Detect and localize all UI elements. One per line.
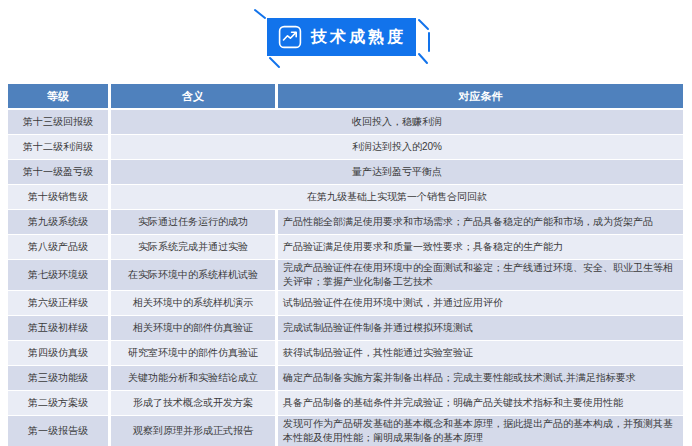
level-cell: 第十一级盈亏级 <box>8 160 108 184</box>
level-cell: 第十二级利润级 <box>8 135 108 159</box>
level-cell: 第四级仿真级 <box>8 341 108 365</box>
table-row: 第四级仿真级 研究室环境中的部件仿真验证 获得试制品验证件，其性能通过实验室验证 <box>8 341 683 365</box>
meaning-cell: 实际通过任务运行的成功 <box>111 210 275 234</box>
condition-cell: 产品验证满足使用要求和质量一致性要求；具备稳定的生产能力 <box>278 235 683 259</box>
table-row: 第三级功能级 关键功能分析和实验结论成立 确定产品制备实施方案并制备出样品；完成… <box>8 366 683 390</box>
trend-up-chart-icon <box>278 25 302 49</box>
badge: 技术成熟度 <box>267 18 416 56</box>
table-row: 第八级产品级 实际系统完成并通过实验 产品验证满足使用要求和质量一致性要求；具备… <box>8 235 683 259</box>
table-row: 第一级报告级 观察到原理并形成正式报告 发现可作为产品研发基础的基本概念和基本原… <box>8 416 683 446</box>
table-row: 第七级环境级 在实际环境中的系统样机试验 完成产品验证件在使用环境中的全面测试和… <box>8 260 683 290</box>
table-row: 第九级系统级 实际通过任务运行的成功 产品性能全部满足使用要求和市场需求；产品具… <box>8 210 683 234</box>
level-cell: 第九级系统级 <box>8 210 108 234</box>
meaning-cell: 相关环境中的系统样机演示 <box>111 291 275 315</box>
level-cell: 第五级初样级 <box>8 316 108 340</box>
condition-cell: 试制品验证件在使用环境中测试，并通过应用评价 <box>278 291 683 315</box>
header-cell-meaning: 含义 <box>111 84 275 108</box>
condition-cell: 发现可作为产品研发基础的基本概念和基本原理，据此提出产品的基本构成，并预测其基本… <box>278 416 683 446</box>
table-row: 第十级销售级 在第九级基础上实现第一个销售合同回款 <box>8 185 683 209</box>
table-header-row: 等级 含义 对应条件 <box>8 84 683 108</box>
table-row: 第六级正样级 相关环境中的系统样机演示 试制品验证件在使用环境中测试，并通过应用… <box>8 291 683 315</box>
meaning-cell: 关键功能分析和实验结论成立 <box>111 366 275 390</box>
table-row: 第五级初样级 相关环境中的部件仿真验证 完成试制品验证件制备并通过模拟环境测试 <box>8 316 683 340</box>
meaning-cell: 实际系统完成并通过实验 <box>111 235 275 259</box>
meaning-cell: 研究室环境中的部件仿真验证 <box>111 341 275 365</box>
meaning-cell: 在实际环境中的系统样机试验 <box>111 260 275 290</box>
meaning-cell: 相关环境中的部件仿真验证 <box>111 316 275 340</box>
meaning-cell: 形成了技术概念或开发方案 <box>111 391 275 415</box>
condition-cell: 获得试制品验证件，其性能通过实验室验证 <box>278 341 683 365</box>
level-cell: 第七级环境级 <box>8 260 108 290</box>
condition-cell: 量产达到盈亏平衡点 <box>111 160 683 184</box>
table-body: 第十三级回报级 收回投入，稳赚利润 第十二级利润级 利润达到投入的20% 第十一… <box>8 110 683 446</box>
table-row: 第十一级盈亏级 量产达到盈亏平衡点 <box>8 160 683 184</box>
condition-cell: 收回投入，稳赚利润 <box>111 110 683 134</box>
level-cell: 第六级正样级 <box>8 291 108 315</box>
level-cell: 第八级产品级 <box>8 235 108 259</box>
table-row: 第十三级回报级 收回投入，稳赚利润 <box>8 110 683 134</box>
level-cell: 第二级方案级 <box>8 391 108 415</box>
header-cell-level: 等级 <box>8 84 108 108</box>
meaning-cell: 观察到原理并形成正式报告 <box>111 416 275 446</box>
condition-cell: 确定产品制备实施方案并制备出样品；完成主要性能或技术测试.并满足指标要求 <box>278 366 683 390</box>
table-row: 第十二级利润级 利润达到投入的20% <box>8 135 683 159</box>
maturity-table: 等级 含义 对应条件 第十三级回报级 收回投入，稳赚利润 第十二级利润级 利润达… <box>8 84 683 446</box>
badge-title: 技术成熟度 <box>311 27 406 48</box>
table-row: 第二级方案级 形成了技术概念或开发方案 具备产品制备的基础条件并完成验证；明确产… <box>8 391 683 415</box>
header-cell-condition: 对应条件 <box>278 84 683 108</box>
level-cell: 第十三级回报级 <box>8 110 108 134</box>
condition-cell: 在第九级基础上实现第一个销售合同回款 <box>111 185 683 209</box>
condition-cell: 产品性能全部满足使用要求和市场需求；产品具备稳定的产能和市场，成为货架产品 <box>278 210 683 234</box>
level-cell: 第一级报告级 <box>8 416 108 446</box>
condition-cell: 完成试制品验证件制备并通过模拟环境测试 <box>278 316 683 340</box>
condition-cell: 完成产品验证件在使用环境中的全面测试和鉴定；生产线通过环境、安全、职业卫生等相关… <box>278 260 683 290</box>
condition-cell: 具备产品制备的基础条件并完成验证；明确产品关键技术指标和主要使用性能 <box>278 391 683 415</box>
condition-cell: 利润达到投入的20% <box>111 135 683 159</box>
level-cell: 第三级功能级 <box>8 366 108 390</box>
level-cell: 第十级销售级 <box>8 185 108 209</box>
